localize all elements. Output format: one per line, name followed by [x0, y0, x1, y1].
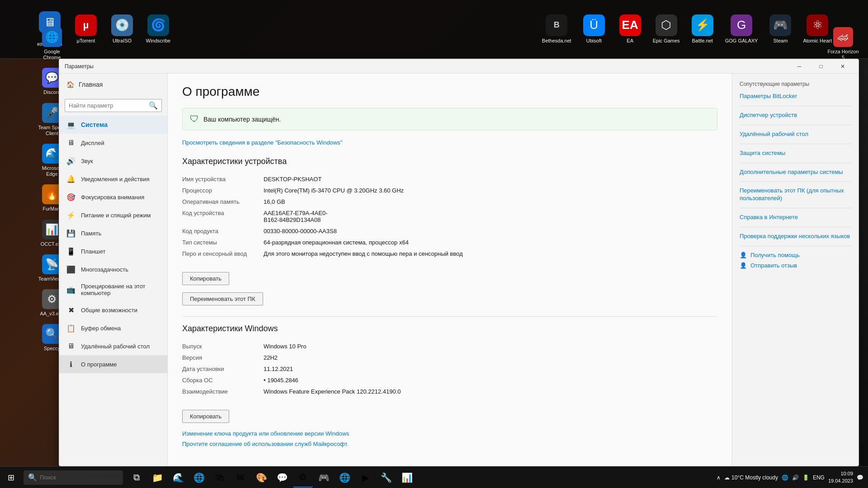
tray-notifications[interactable]: 💬	[857, 474, 863, 481]
top-bar-icon-steam[interactable]: 🎮 Steam	[767, 14, 794, 44]
spec-label-device-id: Код устройства	[182, 207, 264, 225]
top-bar-icon-ubisoft[interactable]: Ü Ubisoft	[580, 14, 608, 44]
taskbar-search[interactable]: 🔍	[24, 470, 123, 485]
taskbar-icon-taskview[interactable]: ⧉	[127, 468, 146, 488]
taskbar-icon-edge[interactable]: 🌊	[168, 468, 188, 488]
sidebar-item-pitanie[interactable]: ⚡ Питание и спящий режим	[59, 206, 167, 224]
divider-1	[182, 316, 717, 317]
top-bar-icon-gog[interactable]: G GOG GALAXY	[725, 14, 758, 44]
sidebar-item-pamyat[interactable]: 💾 Память	[59, 224, 167, 242]
taskbar-icon-discord[interactable]: 💬	[272, 468, 292, 488]
security-link[interactable]: Просмотреть сведения в разделе "Безопасн…	[182, 139, 717, 146]
search-icon: 🔍	[149, 101, 158, 110]
sidebar-item-o-programme[interactable]: ℹ О программе	[59, 355, 167, 373]
settings-home-button[interactable]: 🏠 Главная	[59, 74, 167, 95]
copy-button-1[interactable]: Копировать	[182, 272, 229, 285]
related-link-online-help[interactable]: Справка в Интернете	[740, 214, 851, 221]
sidebar-item-planshet[interactable]: 📱 Планшет	[59, 242, 167, 260]
related-link-rename-advanced[interactable]: Переименовать этот ПК (для опытных польз…	[740, 187, 851, 202]
sidebar-item-zvuk[interactable]: 🔊 Звук	[59, 152, 167, 170]
spec-label-system-type: Тип системы	[182, 237, 264, 248]
sidebar-item-proec[interactable]: 📺 Проецирование на этот компьютер	[59, 278, 167, 301]
related-link-advanced[interactable]: Дополнительные параметры системы	[740, 169, 851, 176]
top-bar-icon-bethesda[interactable]: B Bethesda.net	[542, 14, 571, 44]
top-bar-icon-battle[interactable]: ⚡ Battle.net	[689, 14, 716, 44]
sidebar-item-fokusirovka[interactable]: 🎯 Фокусировка внимания	[59, 188, 167, 206]
taskbar-icon-media[interactable]: ▶	[355, 468, 375, 488]
sidebar-label-planshet: Планшет	[81, 248, 106, 255]
sidebar-label-udalennyy: Удалённый рабочий стол	[81, 343, 150, 350]
tray-expand[interactable]: ∧	[717, 474, 721, 481]
sidebar-item-udalennyy[interactable]: 🖥 Удалённый рабочий стол	[59, 337, 167, 355]
maximize-button[interactable]: □	[811, 59, 831, 74]
related-link-device-manager[interactable]: Диспетчер устройств	[740, 112, 851, 119]
agreement-link[interactable]: Прочтите соглашение об использовании слу…	[182, 441, 717, 447]
related-link-lang-check[interactable]: Проверка поддержки нескольких языков	[740, 233, 851, 240]
divider-rename	[740, 208, 851, 208]
sidebar-label-pamyat: Память	[81, 230, 101, 237]
taskbar-icon-xbox[interactable]: 🎮	[314, 468, 334, 488]
spec-label-processor: Процессор	[182, 185, 264, 196]
taskbar-pinned-apps: ⧉ 📁 🌊 🌐 🛍 ✉ 🎨 💬 ⚙ 🎮 🌐 ▶ 🔧 📊	[127, 468, 417, 488]
spec-label-edition: Выпуск	[182, 341, 264, 352]
sidebar-item-obscch[interactable]: ✖ Общие возможности	[59, 301, 167, 319]
rename-pc-button[interactable]: Переименовать этот ПК	[182, 292, 263, 305]
desktop-icon-chrome[interactable]: 🌐 Google Chrome	[36, 27, 68, 61]
related-link-remote-desktop[interactable]: Удалённый рабочий стол	[740, 131, 851, 138]
bufer-icon: 📋	[66, 324, 75, 333]
taskbar-icon-store[interactable]: 🛍	[210, 468, 230, 488]
top-bar: 🖥 Этоткомпьютер µ μTorrent 💿 UltraISO 🌀 …	[0, 0, 868, 59]
search-field[interactable]	[40, 474, 112, 481]
taskbar-icon-chrome[interactable]: 🌐	[189, 468, 209, 488]
search-icon: 🔍	[28, 473, 37, 482]
sidebar-item-mnogozad[interactable]: ⬛ Многозадачность	[59, 260, 167, 278]
sidebar-item-bufer[interactable]: 📋 Буфер обмена	[59, 319, 167, 337]
sidebar-item-sistema[interactable]: 💻 Система	[59, 116, 167, 134]
spec-row-install-date: Дата установки 11.12.2021	[182, 363, 717, 375]
taskbar-icon-fileexplorer[interactable]: 📁	[147, 468, 167, 488]
home-icon: 🏠	[66, 81, 74, 88]
spec-value-edition: Windows 10 Pro	[264, 341, 717, 352]
top-bar-icon-epic[interactable]: ⬡ Epic Games	[653, 14, 680, 44]
desktop-icon-forza[interactable]: 🏎 Forza Horizon 5	[827, 27, 859, 61]
taskbar-icon-mail[interactable]: ✉	[231, 468, 250, 488]
taskbar-icon-browser2[interactable]: 🌐	[335, 468, 354, 488]
taskbar-icon-tool2[interactable]: 📊	[397, 468, 417, 488]
spec-label-build: Сборка ОС	[182, 375, 264, 386]
tray-clock[interactable]: 10:09 19.04.2023	[828, 470, 853, 484]
change-key-link[interactable]: Изменение ключа продукта или обновление …	[182, 430, 717, 437]
sidebar-item-displei[interactable]: 🖥 Дисплей	[59, 134, 167, 152]
send-feedback-button[interactable]: 👤 Отправить отзыв	[740, 262, 851, 269]
taskbar: ⊞ 🔍 ⧉ 📁 🌊 🌐 🛍 ✉ 🎨 💬 ⚙ 🎮 🌐 ▶ 🔧 📊 ∧ ☁	[0, 466, 868, 488]
sidebar-label-sistema: Система	[81, 121, 108, 128]
spec-row-pen-input: Перо и сенсорный ввод Для этого монитора…	[182, 248, 717, 259]
minimize-button[interactable]: ─	[789, 59, 810, 74]
settings-search[interactable]: 🔍	[65, 99, 162, 112]
tray-sound[interactable]: 🔊	[792, 474, 799, 481]
feedback-icon: 👤	[740, 262, 747, 269]
related-link-protection[interactable]: Защита системы	[740, 150, 851, 157]
spec-label-product-id: Код продукта	[182, 225, 264, 237]
get-help-button[interactable]: 👤 Получить помощь	[740, 252, 851, 258]
top-bar-icon-ea[interactable]: EA EA	[617, 14, 644, 44]
sidebar-item-uvedomleniya[interactable]: 🔔 Уведомления и действия	[59, 170, 167, 188]
taskbar-icon-tool1[interactable]: 🔧	[376, 468, 396, 488]
tray-lang[interactable]: ENG	[813, 474, 825, 481]
taskbar-icon-settings[interactable]: ⚙	[293, 468, 313, 488]
top-bar-icon-utorrent[interactable]: µ μTorrent	[72, 14, 99, 44]
top-bar-icon-ultraiso[interactable]: 💿 UltraISO	[108, 14, 136, 44]
spec-row-interaction: Взаимодействие Windows Feature Experienc…	[182, 386, 717, 397]
displei-icon: 🖥	[66, 138, 75, 147]
copy-button-2[interactable]: Копировать	[182, 410, 229, 423]
mnogozad-icon: ⬛	[66, 265, 75, 274]
search-input[interactable]	[69, 102, 149, 109]
related-link-bitlocker[interactable]: Параметры BitLocker	[740, 93, 851, 100]
close-button[interactable]: ✕	[832, 59, 853, 74]
spec-value-device-id: AAE16AE7-E79A-4AE0-B162-84B29D134A08	[264, 207, 717, 225]
start-button[interactable]: ⊞	[0, 467, 22, 488]
clock-time: 10:09	[828, 470, 853, 477]
tray-network[interactable]: 🌐	[782, 474, 788, 481]
taskbar-icon-paint[interactable]: 🎨	[251, 468, 271, 488]
top-bar-icon-windscribe[interactable]: 🌀 Windscribe	[145, 14, 172, 44]
get-help-label: Получить помощь	[750, 252, 800, 258]
